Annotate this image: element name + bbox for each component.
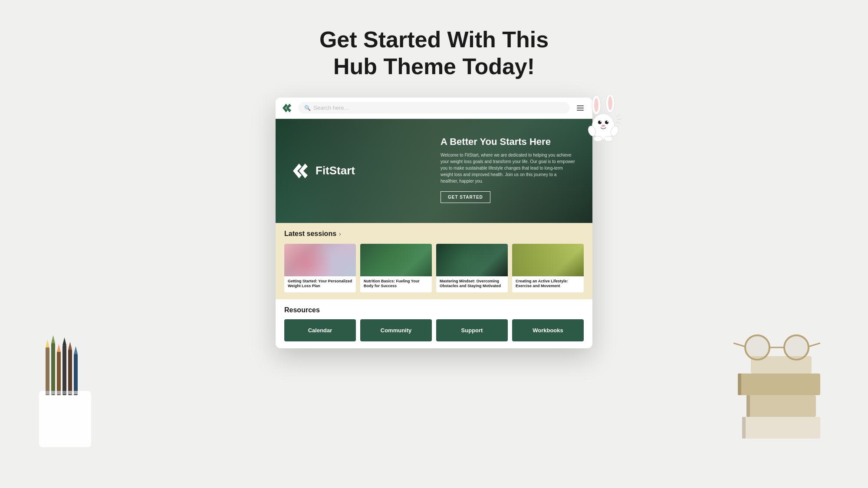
svg-line-29	[733, 343, 745, 347]
browser-chrome: 🔍 Search here...	[276, 98, 592, 119]
svg-rect-20	[746, 395, 816, 417]
svg-rect-21	[738, 373, 820, 395]
hero-content: A Better You Starts Here Welcome to FitS…	[441, 136, 575, 203]
sessions-header: Latest sessions ›	[284, 230, 584, 238]
session-title-2: Nutrition Basics: Fueling Your Body for …	[364, 279, 428, 289]
svg-rect-24	[746, 395, 750, 417]
resource-card-community[interactable]: Community	[360, 319, 432, 341]
sessions-section: Latest sessions › Getting Started: Your …	[276, 223, 592, 299]
headline-line1: Get Started With This	[319, 26, 549, 53]
resource-label-workbooks: Workbooks	[516, 327, 579, 334]
hero-logo-area: FitStart	[293, 164, 355, 178]
resource-card-workbooks[interactable]: Workbooks	[512, 319, 584, 341]
session-info-3: Mastering Mindset: Overcoming Obstacles …	[436, 276, 508, 292]
hero-brand-name: FitStart	[316, 164, 355, 177]
svg-rect-25	[738, 373, 741, 395]
browser-search-bar[interactable]: 🔍 Search here...	[298, 102, 570, 114]
svg-rect-23	[742, 417, 746, 439]
browser-window: 🔍 Search here...	[276, 98, 592, 348]
svg-rect-7	[57, 352, 61, 395]
svg-line-52	[617, 119, 621, 120]
svg-rect-0	[39, 391, 91, 447]
session-thumbnail-1	[284, 244, 356, 276]
svg-marker-17	[74, 346, 78, 354]
svg-marker-8	[57, 344, 61, 352]
resource-label-support: Support	[441, 327, 503, 334]
svg-marker-11	[62, 337, 66, 345]
sessions-arrow-icon: ›	[339, 230, 341, 237]
svg-rect-4	[51, 343, 55, 395]
svg-rect-12	[62, 391, 66, 394]
session-thumbnail-2	[360, 244, 432, 276]
svg-rect-6	[51, 391, 55, 394]
session-card-3[interactable]: Mastering Mindset: Overcoming Obstacles …	[436, 244, 508, 292]
search-icon: 🔍	[304, 105, 311, 111]
headline-line2: Hub Theme Today!	[319, 53, 549, 80]
svg-rect-13	[68, 350, 72, 395]
session-thumbnail-3	[436, 244, 508, 276]
session-card-4[interactable]: Creating an Active Lifestyle: Exercise a…	[512, 244, 584, 292]
sessions-title: Latest sessions	[284, 230, 336, 238]
svg-rect-19	[742, 417, 820, 439]
mascot-character	[582, 95, 625, 147]
svg-point-38	[594, 98, 598, 112]
sessions-grid: Getting Started: Your Personalized Weigh…	[284, 244, 584, 292]
session-info-4: Creating an Active Lifestyle: Exercise a…	[512, 276, 584, 292]
hero-cta-button[interactable]: GET STARTED	[441, 191, 490, 203]
svg-point-50	[604, 136, 613, 141]
resources-title: Resources	[284, 306, 584, 314]
svg-rect-3	[46, 391, 49, 394]
hero-section: FitStart A Better You Starts Here Welcom…	[276, 119, 592, 223]
svg-marker-2	[46, 340, 49, 347]
svg-marker-5	[51, 335, 55, 343]
resource-label-community: Community	[365, 327, 427, 334]
resource-card-support[interactable]: Support	[436, 319, 508, 341]
resources-grid: Calendar Community Support Workbooks	[284, 319, 584, 341]
svg-line-51	[616, 115, 620, 117]
glasses-decoration	[733, 330, 820, 367]
svg-point-31	[745, 335, 769, 360]
hero-title: A Better You Starts Here	[441, 136, 575, 147]
pencil-cup-decoration	[22, 330, 108, 453]
session-info-2: Nutrition Basics: Fueling Your Body for …	[360, 276, 432, 292]
session-title-4: Creating an Active Lifestyle: Exercise a…	[516, 279, 580, 289]
resource-label-calendar: Calendar	[289, 327, 352, 334]
svg-point-49	[594, 136, 602, 141]
resources-section: Resources Calendar Community Support Wor…	[276, 299, 592, 348]
session-card-1[interactable]: Getting Started: Your Personalized Weigh…	[284, 244, 356, 292]
svg-point-45	[607, 121, 608, 122]
logo-arrows	[293, 164, 312, 178]
svg-rect-1	[46, 347, 49, 395]
svg-point-43	[600, 121, 602, 122]
session-title-3: Mastering Mindset: Overcoming Obstacles …	[440, 279, 504, 289]
svg-rect-9	[57, 391, 61, 394]
svg-rect-18	[74, 391, 78, 394]
svg-marker-14	[68, 342, 72, 350]
session-thumbnail-4	[512, 244, 584, 276]
svg-point-40	[608, 96, 612, 110]
browser-logo	[282, 102, 294, 114]
svg-point-46	[602, 125, 605, 127]
headline: Get Started With This Hub Theme Today!	[319, 26, 549, 80]
svg-line-30	[809, 343, 820, 347]
svg-rect-16	[74, 354, 78, 395]
session-title-1: Getting Started: Your Personalized Weigh…	[288, 279, 352, 289]
session-card-2[interactable]: Nutrition Basics: Fueling Your Body for …	[360, 244, 432, 292]
svg-rect-10	[62, 345, 66, 395]
fitstart-logo: FitStart	[293, 164, 355, 178]
svg-line-53	[616, 122, 621, 123]
hero-description: Welcome to FitStart, where we are dedica…	[441, 152, 575, 184]
resource-card-calendar[interactable]: Calendar	[284, 319, 356, 341]
search-placeholder: Search here...	[313, 105, 349, 111]
svg-rect-15	[68, 391, 72, 394]
session-info-1: Getting Started: Your Personalized Weigh…	[284, 276, 356, 292]
svg-point-32	[784, 335, 809, 360]
